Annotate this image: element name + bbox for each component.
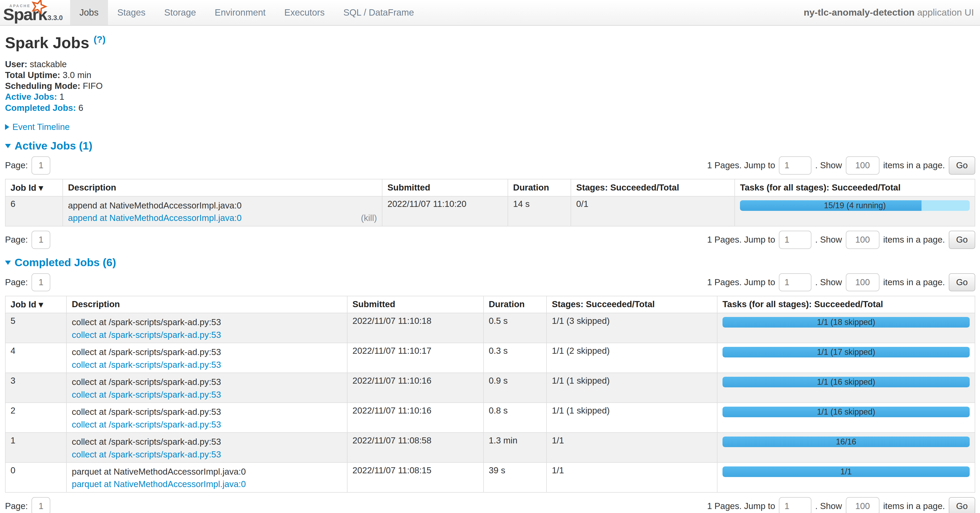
show-text: . Show bbox=[815, 501, 842, 511]
tasks-progress-bar: 16/16 bbox=[722, 437, 970, 447]
go-button[interactable]: Go bbox=[949, 273, 975, 291]
duration-cell: 0.3 s bbox=[484, 343, 547, 373]
job-description-cell: collect at /spark-scripts/spark-ad.py:53… bbox=[67, 373, 347, 403]
nav-tabs: JobsStagesStorageEnvironmentExecutorsSQL… bbox=[70, 0, 423, 25]
job-row: 3collect at /spark-scripts/spark-ad.py:5… bbox=[5, 373, 975, 403]
column-header[interactable]: Job Id ▾ bbox=[5, 179, 63, 196]
column-header[interactable]: Description bbox=[67, 296, 347, 313]
duration-cell: 0.8 s bbox=[484, 403, 547, 433]
summary-value: FIFO bbox=[80, 81, 102, 91]
column-header[interactable]: Stages: Succeeded/Total bbox=[547, 296, 717, 313]
event-timeline-toggle[interactable]: Event Timeline bbox=[5, 122, 975, 132]
event-timeline-label: Event Timeline bbox=[13, 122, 70, 132]
tab-environment[interactable]: Environment bbox=[205, 0, 275, 25]
jump-to-input[interactable] bbox=[779, 156, 811, 174]
stages-cell: 1/1 (1 skipped) bbox=[547, 373, 717, 403]
show-items-input[interactable] bbox=[846, 156, 880, 174]
completed-jobs-label[interactable]: Completed Jobs: bbox=[5, 103, 76, 113]
duration-cell: 1.3 min bbox=[484, 433, 547, 462]
tab-stages[interactable]: Stages bbox=[108, 0, 155, 25]
column-header[interactable]: Submitted bbox=[382, 179, 508, 196]
column-header[interactable]: Tasks (for all stages): Succeeded/Total bbox=[717, 296, 975, 313]
pagination-bar: Page: 1 Pages. Jump to . Show items in a… bbox=[5, 231, 975, 249]
job-description-link[interactable]: collect at /spark-scripts/spark-ad.py:53 bbox=[72, 419, 221, 430]
tab-jobs[interactable]: Jobs bbox=[70, 0, 108, 25]
help-link[interactable]: (?) bbox=[94, 34, 106, 44]
show-items-input[interactable] bbox=[846, 231, 880, 249]
job-description-link[interactable]: parquet at NativeMethodAccessorImpl.java… bbox=[72, 479, 246, 489]
summary-value: 3.0 min bbox=[60, 70, 92, 80]
tab-storage[interactable]: Storage bbox=[155, 0, 205, 25]
submitted-cell: 2022/11/07 11:10:17 bbox=[347, 343, 484, 373]
page-number-input[interactable] bbox=[32, 156, 50, 174]
tasks-progress-bar: 1/1 (16 skipped) bbox=[722, 377, 970, 388]
job-description-link[interactable]: append at NativeMethodAccessorImpl.java:… bbox=[68, 213, 242, 223]
column-header[interactable]: Job Id ▾ bbox=[5, 296, 67, 313]
active-jobs-header[interactable]: Active Jobs (1) bbox=[5, 140, 975, 152]
jump-to-input[interactable] bbox=[779, 497, 811, 513]
show-items-input[interactable] bbox=[846, 497, 880, 513]
tasks-cell: 16/16 bbox=[717, 433, 975, 462]
kill-link[interactable]: (kill) bbox=[361, 213, 377, 223]
job-row: 2collect at /spark-scripts/spark-ad.py:5… bbox=[5, 403, 975, 433]
page-number-input[interactable] bbox=[32, 273, 50, 291]
job-description-cell: collect at /spark-scripts/spark-ad.py:53… bbox=[67, 343, 347, 373]
total-uptime-label: Total Uptime: bbox=[5, 70, 60, 80]
job-description-link[interactable]: collect at /spark-scripts/spark-ad.py:53 bbox=[72, 449, 221, 460]
column-header[interactable]: Submitted bbox=[347, 296, 484, 313]
page-number-input[interactable] bbox=[32, 497, 50, 513]
completed-jobs-title: Completed Jobs (6) bbox=[14, 256, 116, 268]
go-button[interactable]: Go bbox=[949, 497, 975, 513]
job-id-cell: 4 bbox=[5, 343, 67, 373]
scheduling-mode-label: Scheduling Mode: bbox=[5, 81, 80, 91]
tasks-progress-bar: 1/1 (17 skipped) bbox=[722, 347, 970, 357]
column-header[interactable]: Stages: Succeeded/Total bbox=[571, 179, 735, 196]
tasks-progress-bar: 1/1 bbox=[722, 467, 970, 477]
progress-label: 15/19 (4 running) bbox=[740, 200, 970, 211]
stages-cell: 1/1 (1 skipped) bbox=[547, 403, 717, 433]
show-text: . Show bbox=[815, 277, 842, 287]
column-header[interactable]: Duration bbox=[484, 296, 547, 313]
duration-cell: 39 s bbox=[484, 462, 547, 492]
progress-label: 1/1 (18 skipped) bbox=[722, 317, 970, 327]
spark-logo[interactable]: APACHE Spark 3.3.0 bbox=[0, 0, 70, 25]
pages-jump-text: 1 Pages. Jump to bbox=[707, 277, 775, 287]
job-description-link[interactable]: collect at /spark-scripts/spark-ad.py:53 bbox=[72, 330, 221, 340]
page-number-input[interactable] bbox=[32, 231, 50, 249]
summary-line: User: stackable bbox=[5, 59, 975, 70]
show-text: . Show bbox=[815, 235, 842, 245]
job-description-link[interactable]: collect at /spark-scripts/spark-ad.py:53 bbox=[72, 389, 221, 400]
tasks-cell: 1/1 (17 skipped) bbox=[717, 343, 975, 373]
duration-cell: 0.5 s bbox=[484, 313, 547, 343]
active-jobs-label[interactable]: Active Jobs: bbox=[5, 92, 57, 102]
stages-cell: 1/1 (2 skipped) bbox=[547, 343, 717, 373]
items-per-page-text: items in a page. bbox=[883, 501, 945, 511]
tasks-cell: 1/1 (18 skipped) bbox=[717, 313, 975, 343]
app-title: ny-tlc-anomaly-detection application UI bbox=[804, 0, 974, 25]
active-jobs-table: Job Id ▾DescriptionSubmittedDurationStag… bbox=[5, 179, 975, 227]
user-label: User: bbox=[5, 59, 27, 69]
jump-to-input[interactable] bbox=[779, 231, 811, 249]
job-description-cell: append at NativeMethodAccessorImpl.java:… bbox=[63, 196, 382, 226]
go-button[interactable]: Go bbox=[949, 231, 975, 249]
jump-to-input[interactable] bbox=[779, 273, 811, 291]
column-header[interactable]: Duration bbox=[508, 179, 571, 196]
tasks-cell: 1/1 (16 skipped) bbox=[717, 403, 975, 433]
job-row: 1collect at /spark-scripts/spark-ad.py:5… bbox=[5, 433, 975, 462]
completed-jobs-header[interactable]: Completed Jobs (6) bbox=[5, 256, 975, 269]
items-per-page-text: items in a page. bbox=[883, 235, 945, 245]
tab-executors[interactable]: Executors bbox=[275, 0, 334, 25]
go-button[interactable]: Go bbox=[949, 156, 975, 174]
job-description-text: collect at /spark-scripts/spark-ad.py:53 bbox=[72, 346, 342, 358]
navbar: APACHE Spark 3.3.0 JobsStagesStorageEnvi… bbox=[0, 0, 980, 25]
job-row: 5collect at /spark-scripts/spark-ad.py:5… bbox=[5, 313, 975, 343]
show-items-input[interactable] bbox=[846, 273, 880, 291]
tab-sql-dataframe[interactable]: SQL / DataFrame bbox=[334, 0, 423, 25]
show-text: . Show bbox=[815, 160, 842, 170]
job-description-link[interactable]: collect at /spark-scripts/spark-ad.py:53 bbox=[72, 359, 221, 370]
pages-jump-text: 1 Pages. Jump to bbox=[707, 235, 775, 245]
tasks-progress-bar: 1/1 (16 skipped) bbox=[722, 407, 970, 417]
column-header[interactable]: Tasks (for all stages): Succeeded/Total bbox=[735, 179, 975, 196]
stages-cell: 1/1 bbox=[547, 433, 717, 462]
column-header[interactable]: Description bbox=[63, 179, 382, 196]
